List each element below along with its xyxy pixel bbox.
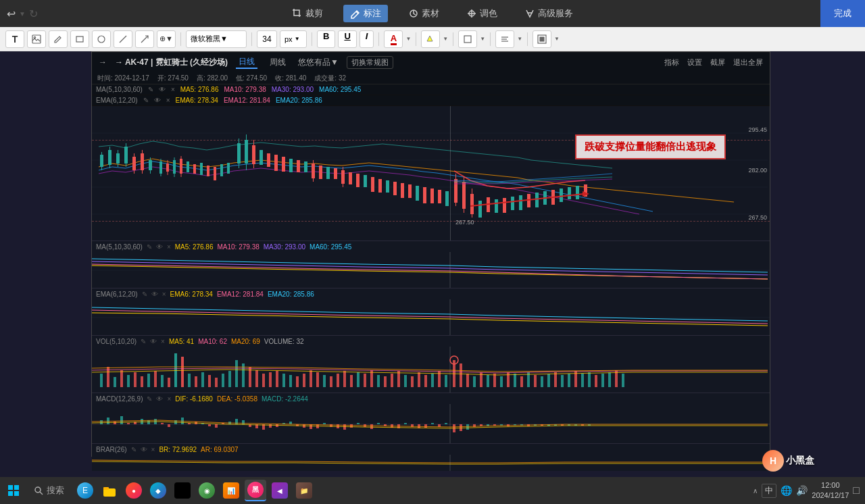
- macd-eye[interactable]: 👁: [156, 395, 163, 403]
- italic-button[interactable]: I: [360, 30, 374, 48]
- vol-eye[interactable]: 👁: [150, 338, 157, 345]
- tone-button[interactable]: 调色: [460, 5, 504, 22]
- br-val: BR: 72.9692: [159, 446, 197, 453]
- file-explorer-icon[interactable]: [99, 480, 120, 501]
- svg-rect-134: [276, 371, 278, 387]
- fill-color-button[interactable]: [421, 30, 440, 48]
- align-arrow[interactable]: ▼: [517, 36, 522, 42]
- font-size-input[interactable]: [257, 30, 277, 48]
- material-button[interactable]: 素材: [401, 5, 446, 22]
- draw-tool-button[interactable]: [49, 30, 68, 48]
- chart-title: → AK-47 | 霓虹骑士 (久经沙场): [115, 57, 228, 68]
- svg-rect-112: [127, 375, 130, 387]
- separator3: [312, 32, 312, 46]
- svg-rect-153: [404, 375, 407, 387]
- input-method-indicator[interactable]: 中: [762, 484, 776, 498]
- ema6-val: EMA6: 278.34: [176, 97, 218, 104]
- search-bar[interactable]: 搜索: [27, 484, 71, 497]
- svg-rect-42: [200, 163, 203, 175]
- ema-sub-label-row: EMA(6,12,20) ✎ 👁 × EMA6: 278.34 EMA12: 2…: [92, 288, 770, 299]
- app-icon-7[interactable]: ◀: [269, 480, 291, 501]
- notification-icon[interactable]: □: [853, 484, 860, 497]
- app-icon-5[interactable]: 📊: [220, 480, 242, 501]
- svg-rect-168: [500, 376, 503, 387]
- app-icon-2[interactable]: ◆: [147, 480, 169, 501]
- brar-close[interactable]: ×: [151, 446, 155, 453]
- tab-daily[interactable]: 日线: [236, 56, 257, 69]
- crop-button[interactable]: 裁剪: [285, 5, 330, 22]
- ma-sub-eye[interactable]: 👁: [156, 243, 163, 251]
- ma-sub-close[interactable]: ×: [167, 243, 171, 251]
- brar-edit[interactable]: ✎: [131, 446, 137, 453]
- app-icon-6[interactable]: 黑: [245, 480, 266, 501]
- svg-rect-192: [120, 416, 123, 424]
- fullscreen-btn[interactable]: 退出全屏: [733, 57, 763, 68]
- more-options-button[interactable]: [533, 30, 551, 48]
- complete-button[interactable]: 完成: [820, 0, 865, 27]
- ema-sub-close[interactable]: ×: [162, 291, 166, 298]
- brar-svg: [92, 455, 770, 471]
- tab-weekly[interactable]: 周线: [266, 55, 290, 70]
- redo-button[interactable]: ↻: [29, 7, 38, 20]
- advanced-button[interactable]: 高级服务: [518, 5, 580, 22]
- app-icon-3[interactable]: ♪: [172, 480, 193, 501]
- svg-rect-121: [188, 374, 191, 387]
- taskbar: 搜索 E ● ◆ ♪ ◉ 📊: [0, 477, 865, 504]
- ma-sub-edit[interactable]: ✎: [147, 243, 152, 251]
- switch-btn[interactable]: 切换常规图: [347, 56, 393, 69]
- price-right-top: 295.45: [748, 126, 767, 133]
- ema-eye-icon[interactable]: 👁: [154, 97, 161, 104]
- fill-color-arrow[interactable]: ▼: [443, 36, 448, 42]
- text-tool-button[interactable]: T: [5, 30, 24, 48]
- screenshot-btn[interactable]: 截屏: [710, 57, 725, 68]
- annotate-button[interactable]: 标注: [343, 5, 388, 22]
- underline-button[interactable]: U: [338, 30, 356, 48]
- app-icon-1[interactable]: ●: [123, 480, 145, 501]
- ema-close-icon[interactable]: ×: [166, 97, 170, 104]
- volume-icon[interactable]: 🔊: [796, 485, 808, 496]
- brar-eye[interactable]: 👁: [141, 446, 147, 453]
- rectangle-tool-button[interactable]: [70, 30, 89, 48]
- font-unit-dropdown[interactable]: px ▼: [280, 30, 307, 48]
- ema-sub-edit[interactable]: ✎: [142, 291, 147, 298]
- annotation-box[interactable]: 跌破支撑位量能翻倍出逃现象: [575, 134, 726, 159]
- svg-rect-132: [262, 374, 265, 387]
- undo-button[interactable]: ↩: [7, 7, 16, 20]
- more-options-arrow[interactable]: ▼: [554, 36, 560, 42]
- network-icon[interactable]: 🌐: [781, 485, 792, 496]
- ema-edit-icon[interactable]: ✎: [143, 97, 149, 104]
- svg-rect-144: [343, 371, 346, 387]
- arrow-up-icon[interactable]: ∧: [753, 487, 758, 495]
- more-tools-button[interactable]: ⊕▼: [157, 30, 176, 48]
- text-color-arrow[interactable]: ▼: [405, 36, 411, 42]
- macd-close[interactable]: ×: [167, 395, 171, 403]
- indicator-btn[interactable]: 指标: [664, 57, 679, 68]
- ma-edit-icon[interactable]: ✎: [148, 86, 153, 93]
- font-dropdown[interactable]: 微软雅黑▼: [186, 30, 247, 48]
- line-tool-button[interactable]: [114, 30, 132, 48]
- start-button[interactable]: [0, 480, 27, 501]
- arrow-tool-button[interactable]: [135, 30, 154, 48]
- image-tool-button[interactable]: [27, 30, 46, 48]
- browser-icon[interactable]: E: [74, 480, 96, 501]
- ma-eye-icon[interactable]: 👁: [159, 86, 166, 93]
- circle-tool-button[interactable]: [92, 30, 111, 48]
- vol-ma10: MA10: 62: [198, 338, 227, 345]
- border-arrow[interactable]: ▼: [480, 36, 485, 42]
- app-icon-8[interactable]: 📁: [293, 480, 315, 501]
- bold-button[interactable]: B: [317, 30, 335, 48]
- nav-dropdown[interactable]: 悠悠有品▼: [298, 57, 339, 68]
- text-color-button[interactable]: A: [384, 30, 403, 48]
- clock[interactable]: 12:00 2024/12/17: [812, 480, 849, 501]
- svg-rect-136: [289, 375, 292, 387]
- vol-close[interactable]: ×: [161, 338, 165, 345]
- align-button[interactable]: [495, 30, 514, 48]
- ma-close-icon[interactable]: ×: [171, 86, 175, 93]
- border-button[interactable]: [458, 30, 477, 48]
- vol-edit[interactable]: ✎: [141, 338, 146, 345]
- app-icon-4[interactable]: ◉: [196, 480, 218, 501]
- ma5-val: MA5: 276.86: [180, 86, 219, 93]
- ema-sub-eye[interactable]: 👁: [151, 291, 158, 298]
- macd-edit[interactable]: ✎: [147, 395, 152, 403]
- settings-btn[interactable]: 设置: [687, 57, 702, 68]
